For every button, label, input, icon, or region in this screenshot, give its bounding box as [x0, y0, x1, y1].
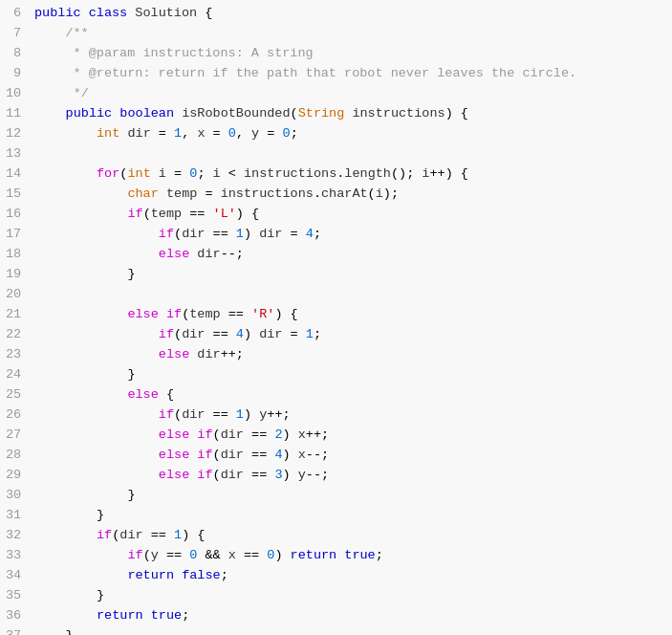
- code-line: 9 * @return: return if the path that rob…: [0, 64, 672, 84]
- line-content: char temp = instructions.charAt(i);: [34, 185, 672, 205]
- line-content: int dir = 1, x = 0, y = 0;: [34, 124, 672, 144]
- line-number: 15: [0, 185, 34, 205]
- line-content: else if(dir == 3) y--;: [34, 466, 672, 486]
- line-content: }: [34, 486, 672, 506]
- code-line: 14 for(int i = 0; i < instructions.lengt…: [0, 164, 672, 185]
- line-content: * @return: return if the path that robot…: [34, 64, 672, 84]
- code-line: 8 * @param instructions: A string: [0, 44, 672, 64]
- line-content: if(dir == 1) dir = 4;: [34, 225, 672, 245]
- code-line: 16 if(temp == 'L') {: [0, 205, 672, 225]
- code-container: 6public class Solution {7 /**8 * @param …: [0, 0, 672, 635]
- line-content: if(dir == 1) y++;: [34, 405, 672, 426]
- line-number: 34: [0, 566, 34, 586]
- code-line: 12 int dir = 1, x = 0, y = 0;: [0, 124, 672, 144]
- line-number: 6: [0, 4, 34, 24]
- line-content: return false;: [34, 566, 672, 586]
- code-block: 6public class Solution {7 /**8 * @param …: [0, 4, 672, 635]
- line-number: 29: [0, 466, 34, 486]
- line-number: 22: [0, 325, 34, 345]
- line-content: }: [34, 586, 672, 606]
- line-number: 7: [0, 24, 34, 44]
- code-line: 32 if(dir == 1) {: [0, 526, 672, 546]
- line-number: 19: [0, 265, 34, 285]
- line-content: else if(temp == 'R') {: [34, 305, 672, 325]
- line-number: 14: [0, 164, 34, 185]
- line-number: 8: [0, 44, 34, 64]
- code-line: 7 /**: [0, 24, 672, 44]
- code-line: 34 return false;: [0, 566, 672, 586]
- line-number: 18: [0, 245, 34, 265]
- line-content: public boolean isRobotBounded(String ins…: [34, 104, 672, 124]
- line-number: 28: [0, 446, 34, 466]
- line-number: 16: [0, 205, 34, 225]
- line-content: if(y == 0 && x == 0) return true;: [34, 546, 672, 566]
- line-number: 25: [0, 385, 34, 405]
- line-number: 35: [0, 586, 34, 606]
- code-line: 28 else if(dir == 4) x--;: [0, 446, 672, 466]
- code-line: 26 if(dir == 1) y++;: [0, 405, 672, 426]
- code-line: 19 }: [0, 265, 672, 285]
- line-number: 13: [0, 144, 34, 164]
- line-number: 12: [0, 124, 34, 144]
- line-number: 10: [0, 84, 34, 104]
- line-number: 9: [0, 64, 34, 84]
- line-content: }: [34, 626, 672, 635]
- code-line: 37 }: [0, 626, 672, 635]
- code-line: 23 else dir++;: [0, 345, 672, 365]
- code-line: 6public class Solution {: [0, 4, 672, 24]
- line-number: 17: [0, 225, 34, 245]
- line-content: /**: [34, 24, 672, 44]
- line-content: */: [34, 84, 672, 104]
- line-number: 27: [0, 426, 34, 446]
- line-content: if(dir == 4) dir = 1;: [34, 325, 672, 345]
- line-content: return true;: [34, 606, 672, 626]
- line-number: 21: [0, 305, 34, 325]
- code-line: 11 public boolean isRobotBounded(String …: [0, 104, 672, 124]
- line-content: for(int i = 0; i < instructions.length()…: [34, 164, 672, 185]
- code-line: 10 */: [0, 84, 672, 104]
- line-number: 23: [0, 345, 34, 365]
- code-line: 31 }: [0, 506, 672, 526]
- line-number: 30: [0, 486, 34, 506]
- code-line: 36 return true;: [0, 606, 672, 626]
- line-number: 37: [0, 626, 34, 635]
- line-number: 26: [0, 405, 34, 426]
- line-content: else dir--;: [34, 245, 672, 265]
- line-number: 36: [0, 606, 34, 626]
- code-line: 24 }: [0, 365, 672, 385]
- line-content: else dir++;: [34, 345, 672, 365]
- line-number: 24: [0, 365, 34, 385]
- line-number: 31: [0, 506, 34, 526]
- code-line: 15 char temp = instructions.charAt(i);: [0, 185, 672, 205]
- line-content: else if(dir == 2) x++;: [34, 426, 672, 446]
- code-line: 13: [0, 144, 672, 164]
- line-content: else {: [34, 385, 672, 405]
- code-line: 35 }: [0, 586, 672, 606]
- line-content: }: [34, 265, 672, 285]
- code-line: 17 if(dir == 1) dir = 4;: [0, 225, 672, 245]
- line-number: 33: [0, 546, 34, 566]
- code-line: 18 else dir--;: [0, 245, 672, 265]
- line-number: 32: [0, 526, 34, 546]
- code-line: 22 if(dir == 4) dir = 1;: [0, 325, 672, 345]
- code-line: 29 else if(dir == 3) y--;: [0, 466, 672, 486]
- code-line: 33 if(y == 0 && x == 0) return true;: [0, 546, 672, 566]
- code-line: 30 }: [0, 486, 672, 506]
- code-line: 20: [0, 285, 672, 305]
- code-line: 25 else {: [0, 385, 672, 405]
- line-content: if(dir == 1) {: [34, 526, 672, 546]
- line-content: * @param instructions: A string: [34, 44, 672, 64]
- line-number: 20: [0, 285, 34, 305]
- code-line: 27 else if(dir == 2) x++;: [0, 426, 672, 446]
- line-content: if(temp == 'L') {: [34, 205, 672, 225]
- line-content: }: [34, 365, 672, 385]
- line-content: public class Solution {: [34, 4, 672, 24]
- line-content: else if(dir == 4) x--;: [34, 446, 672, 466]
- code-line: 21 else if(temp == 'R') {: [0, 305, 672, 325]
- line-content: }: [34, 506, 672, 526]
- line-number: 11: [0, 104, 34, 124]
